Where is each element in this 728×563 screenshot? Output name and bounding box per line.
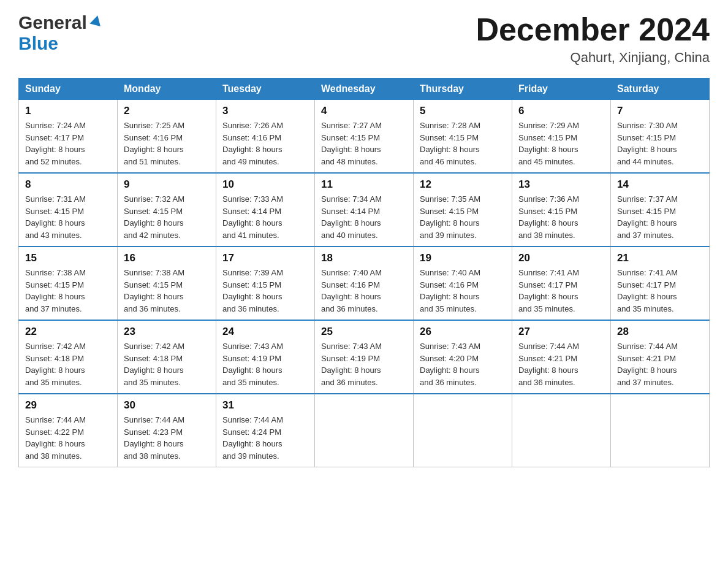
sunrise-label: Sunrise: 7:40 AM (420, 268, 480, 277)
day-info: Sunrise: 7:28 AM Sunset: 4:15 PM Dayligh… (420, 120, 506, 167)
calendar-cell: 31 Sunrise: 7:44 AM Sunset: 4:24 PM Dayl… (216, 394, 315, 467)
daylight-label: Daylight: 8 hoursand 51 minutes. (124, 145, 184, 166)
daylight-label: Daylight: 8 hoursand 35 minutes. (420, 292, 480, 313)
sunrise-label: Sunrise: 7:44 AM (124, 415, 184, 424)
calendar-cell: 20 Sunrise: 7:41 AM Sunset: 4:17 PM Dayl… (512, 247, 611, 320)
calendar-cell: 27 Sunrise: 7:44 AM Sunset: 4:21 PM Dayl… (512, 320, 611, 394)
daylight-label: Daylight: 8 hoursand 45 minutes. (518, 145, 578, 166)
sunset-label: Sunset: 4:19 PM (321, 354, 380, 363)
day-number: 13 (518, 178, 604, 191)
sunrise-label: Sunrise: 7:25 AM (124, 121, 184, 130)
daylight-label: Daylight: 8 hoursand 38 minutes. (124, 439, 184, 461)
calendar-cell (512, 394, 611, 467)
day-info: Sunrise: 7:34 AM Sunset: 4:14 PM Dayligh… (321, 193, 407, 241)
day-info: Sunrise: 7:43 AM Sunset: 4:19 PM Dayligh… (321, 340, 407, 388)
day-info: Sunrise: 7:43 AM Sunset: 4:20 PM Dayligh… (420, 340, 506, 388)
calendar-cell: 14 Sunrise: 7:37 AM Sunset: 4:15 PM Dayl… (611, 173, 710, 247)
logo-blue-text: Blue (18, 33, 58, 53)
daylight-label: Daylight: 8 hoursand 36 minutes. (321, 292, 381, 313)
calendar-title-block: December 2024 Qahurt, Xinjiang, China (476, 12, 710, 66)
day-number: 31 (222, 399, 308, 412)
daylight-label: Daylight: 8 hoursand 44 minutes. (617, 145, 677, 166)
calendar-cell: 10 Sunrise: 7:33 AM Sunset: 4:14 PM Dayl… (216, 173, 315, 247)
daylight-label: Daylight: 8 hoursand 35 minutes. (222, 366, 282, 387)
calendar-cell (414, 394, 512, 467)
sunrise-label: Sunrise: 7:38 AM (25, 268, 86, 277)
day-number: 8 (25, 178, 111, 191)
day-info: Sunrise: 7:44 AM Sunset: 4:22 PM Dayligh… (25, 414, 111, 462)
day-number: 1 (25, 105, 111, 117)
day-number: 19 (420, 252, 506, 264)
col-thursday: Thursday (414, 79, 512, 100)
calendar-cell: 30 Sunrise: 7:44 AM Sunset: 4:23 PM Dayl… (118, 394, 216, 467)
day-info: Sunrise: 7:44 AM Sunset: 4:21 PM Dayligh… (518, 340, 604, 388)
daylight-label: Daylight: 8 hoursand 52 minutes. (25, 145, 85, 166)
daylight-label: Daylight: 8 hoursand 36 minutes. (420, 366, 480, 387)
sunset-label: Sunset: 4:23 PM (124, 427, 183, 437)
daylight-label: Daylight: 8 hoursand 35 minutes. (124, 366, 184, 387)
day-number: 28 (617, 326, 703, 338)
daylight-label: Daylight: 8 hoursand 36 minutes. (124, 292, 184, 313)
day-number: 14 (617, 178, 703, 191)
calendar-cell: 21 Sunrise: 7:41 AM Sunset: 4:17 PM Dayl… (611, 247, 710, 320)
sunrise-label: Sunrise: 7:37 AM (617, 194, 678, 204)
sunrise-label: Sunrise: 7:41 AM (617, 268, 678, 277)
sunrise-label: Sunrise: 7:30 AM (617, 121, 678, 130)
daylight-label: Daylight: 8 hoursand 41 minutes. (222, 218, 282, 240)
sunrise-label: Sunrise: 7:42 AM (124, 342, 184, 351)
day-number: 18 (321, 252, 407, 264)
sunrise-label: Sunrise: 7:29 AM (518, 121, 579, 130)
calendar-cell: 9 Sunrise: 7:32 AM Sunset: 4:15 PM Dayli… (118, 173, 216, 247)
page-header: General Blue December 2024 Qahurt, Xinji… (18, 12, 710, 66)
sunrise-label: Sunrise: 7:36 AM (518, 194, 579, 204)
calendar-cell: 5 Sunrise: 7:28 AM Sunset: 4:15 PM Dayli… (414, 100, 512, 174)
calendar-cell: 8 Sunrise: 7:31 AM Sunset: 4:15 PM Dayli… (19, 173, 118, 247)
sunrise-label: Sunrise: 7:43 AM (321, 342, 382, 351)
calendar-cell: 7 Sunrise: 7:30 AM Sunset: 4:15 PM Dayli… (611, 100, 710, 174)
calendar-cell: 19 Sunrise: 7:40 AM Sunset: 4:16 PM Dayl… (414, 247, 512, 320)
day-info: Sunrise: 7:37 AM Sunset: 4:15 PM Dayligh… (617, 193, 703, 241)
daylight-label: Daylight: 8 hoursand 36 minutes. (321, 366, 381, 387)
sunset-label: Sunset: 4:15 PM (617, 133, 676, 142)
calendar-table: Sunday Monday Tuesday Wednesday Thursday… (18, 78, 710, 467)
sunrise-label: Sunrise: 7:41 AM (518, 268, 579, 277)
calendar-cell: 22 Sunrise: 7:42 AM Sunset: 4:18 PM Dayl… (19, 320, 118, 394)
day-info: Sunrise: 7:33 AM Sunset: 4:14 PM Dayligh… (222, 193, 308, 241)
col-monday: Monday (118, 79, 216, 100)
col-wednesday: Wednesday (315, 79, 414, 100)
day-number: 17 (222, 252, 308, 264)
day-info: Sunrise: 7:42 AM Sunset: 4:18 PM Dayligh… (25, 340, 111, 388)
daylight-label: Daylight: 8 hoursand 46 minutes. (420, 145, 480, 166)
sunrise-label: Sunrise: 7:34 AM (321, 194, 382, 204)
sunset-label: Sunset: 4:15 PM (420, 133, 479, 142)
day-info: Sunrise: 7:44 AM Sunset: 4:24 PM Dayligh… (222, 414, 308, 462)
calendar-cell (611, 394, 710, 467)
daylight-label: Daylight: 8 hoursand 35 minutes. (617, 292, 677, 313)
calendar-cell: 28 Sunrise: 7:44 AM Sunset: 4:21 PM Dayl… (611, 320, 710, 394)
calendar-cell: 3 Sunrise: 7:26 AM Sunset: 4:16 PM Dayli… (216, 100, 315, 174)
col-sunday: Sunday (19, 79, 118, 100)
week-row-5: 29 Sunrise: 7:44 AM Sunset: 4:22 PM Dayl… (19, 394, 710, 467)
sunset-label: Sunset: 4:24 PM (222, 427, 281, 437)
daylight-label: Daylight: 8 hoursand 48 minutes. (321, 145, 381, 166)
day-info: Sunrise: 7:39 AM Sunset: 4:15 PM Dayligh… (222, 267, 308, 315)
col-saturday: Saturday (611, 79, 710, 100)
calendar-cell: 26 Sunrise: 7:43 AM Sunset: 4:20 PM Dayl… (414, 320, 512, 394)
day-number: 29 (25, 399, 111, 412)
day-info: Sunrise: 7:43 AM Sunset: 4:19 PM Dayligh… (222, 340, 308, 388)
day-number: 15 (25, 252, 111, 264)
daylight-label: Daylight: 8 hoursand 36 minutes. (518, 366, 578, 387)
sunrise-label: Sunrise: 7:33 AM (222, 194, 283, 204)
daylight-label: Daylight: 8 hoursand 40 minutes. (321, 218, 381, 240)
sunrise-label: Sunrise: 7:43 AM (420, 342, 480, 351)
calendar-cell: 15 Sunrise: 7:38 AM Sunset: 4:15 PM Dayl… (19, 247, 118, 320)
logo-general-text: General (18, 12, 87, 33)
sunset-label: Sunset: 4:16 PM (420, 280, 479, 289)
day-number: 5 (420, 105, 506, 117)
calendar-cell: 11 Sunrise: 7:34 AM Sunset: 4:14 PM Dayl… (315, 173, 414, 247)
week-row-1: 1 Sunrise: 7:24 AM Sunset: 4:17 PM Dayli… (19, 100, 710, 174)
week-row-4: 22 Sunrise: 7:42 AM Sunset: 4:18 PM Dayl… (19, 320, 710, 394)
calendar-cell: 23 Sunrise: 7:42 AM Sunset: 4:18 PM Dayl… (118, 320, 216, 394)
day-number: 4 (321, 105, 407, 117)
daylight-label: Daylight: 8 hoursand 37 minutes. (617, 366, 677, 387)
